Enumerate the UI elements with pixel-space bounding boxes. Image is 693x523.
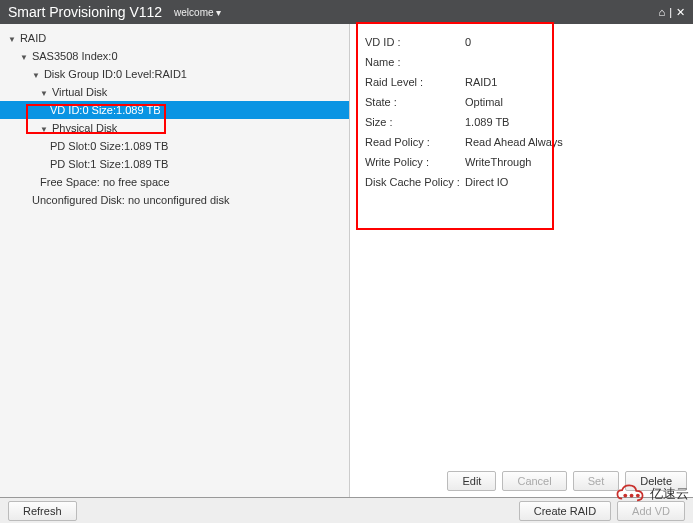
separator: | <box>669 6 672 18</box>
close-icon[interactable]: ✕ <box>676 6 685 19</box>
tree-pane: RAID SAS3508 Index:0 Disk Group ID:0 Lev… <box>0 24 350 497</box>
detail-label: Write Policy : <box>365 156 465 168</box>
detail-row: Write Policy :WriteThrough <box>365 152 678 172</box>
watermark-logo-icon <box>614 483 646 505</box>
tree-virtualdisk[interactable]: Virtual Disk <box>0 83 349 101</box>
detail-value <box>465 56 678 68</box>
app-header: Smart Provisioning V112 welcome ▾ ⌂ | ✕ <box>0 0 693 24</box>
tree-freespace[interactable]: Free Space: no free space <box>0 173 349 191</box>
detail-row: Size :1.089 TB <box>365 112 678 132</box>
detail-label: Size : <box>365 116 465 128</box>
edit-button[interactable]: Edit <box>447 471 496 491</box>
detail-label: Name : <box>365 56 465 68</box>
cancel-button: Cancel <box>502 471 566 491</box>
tree-unconfigured[interactable]: Unconfigured Disk: no unconfigured disk <box>0 191 349 209</box>
detail-row: Raid Level :RAID1 <box>365 72 678 92</box>
welcome-menu[interactable]: welcome ▾ <box>174 7 221 18</box>
create-raid-button[interactable]: Create RAID <box>519 501 611 521</box>
detail-value: Read Ahead Always <box>465 136 678 148</box>
detail-label: Read Policy : <box>365 136 465 148</box>
watermark: 亿速云 <box>614 483 689 505</box>
home-icon[interactable]: ⌂ <box>658 6 665 18</box>
tree-pd1[interactable]: PD Slot:1 Size:1.089 TB <box>0 155 349 173</box>
detail-value: 1.089 TB <box>465 116 678 128</box>
detail-pane: VD ID :0 Name : Raid Level :RAID1 State … <box>350 24 693 497</box>
detail-value: 0 <box>465 36 678 48</box>
detail-value: RAID1 <box>465 76 678 88</box>
tree-controller[interactable]: SAS3508 Index:0 <box>0 47 349 65</box>
set-button: Set <box>573 471 620 491</box>
tree: RAID SAS3508 Index:0 Disk Group ID:0 Lev… <box>0 24 349 214</box>
content-area: RAID SAS3508 Index:0 Disk Group ID:0 Lev… <box>0 24 693 497</box>
header-icons: ⌂ | ✕ <box>658 6 685 19</box>
svg-point-2 <box>636 494 640 498</box>
tree-raid[interactable]: RAID <box>0 29 349 47</box>
detail-row: State :Optimal <box>365 92 678 112</box>
svg-point-1 <box>630 494 634 498</box>
tree-diskgroup[interactable]: Disk Group ID:0 Level:RAID1 <box>0 65 349 83</box>
detail-value: WriteThrough <box>465 156 678 168</box>
tree-pd0[interactable]: PD Slot:0 Size:1.089 TB <box>0 137 349 155</box>
detail-value: Optimal <box>465 96 678 108</box>
detail-list: VD ID :0 Name : Raid Level :RAID1 State … <box>365 32 678 192</box>
svg-point-0 <box>623 494 627 498</box>
detail-row: Disk Cache Policy :Direct IO <box>365 172 678 192</box>
detail-row: VD ID :0 <box>365 32 678 52</box>
detail-label: State : <box>365 96 465 108</box>
detail-label: VD ID : <box>365 36 465 48</box>
detail-value: Direct IO <box>465 176 678 188</box>
detail-label: Disk Cache Policy : <box>365 176 465 188</box>
detail-row: Name : <box>365 52 678 72</box>
detail-label: Raid Level : <box>365 76 465 88</box>
app-title: Smart Provisioning V112 <box>8 4 162 20</box>
detail-row: Read Policy :Read Ahead Always <box>365 132 678 152</box>
watermark-text: 亿速云 <box>650 485 689 503</box>
tree-physicaldisk[interactable]: Physical Disk <box>0 119 349 137</box>
footer: Refresh Create RAID Add VD <box>0 497 693 523</box>
refresh-button[interactable]: Refresh <box>8 501 77 521</box>
tree-vd-selected[interactable]: VD ID:0 Size:1.089 TB <box>0 101 349 119</box>
